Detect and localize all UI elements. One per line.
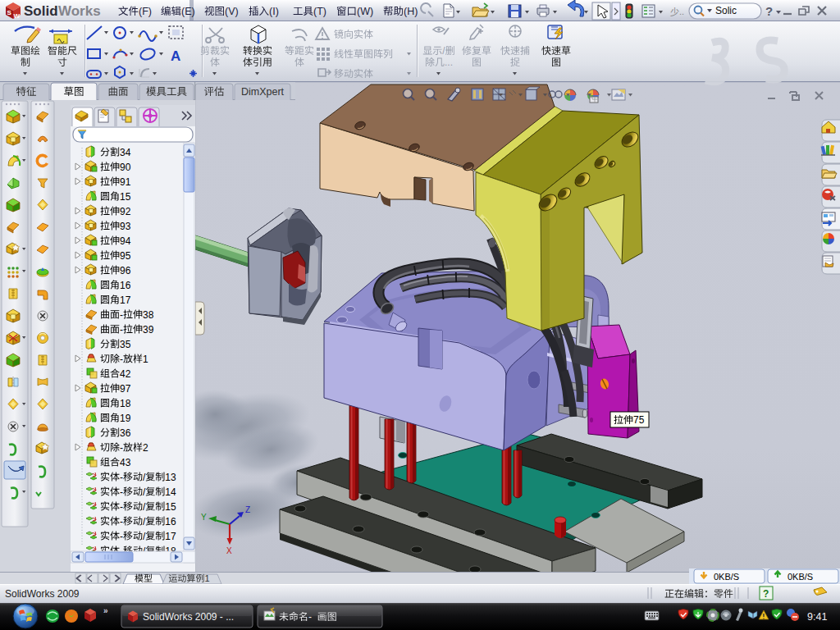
svg-text:Z: Z xyxy=(245,505,250,514)
svg-text:18: 18 xyxy=(120,398,131,409)
svg-text:36: 36 xyxy=(120,427,131,439)
svg-text:15: 15 xyxy=(165,501,176,513)
svg-text:(T): (T) xyxy=(313,6,326,17)
svg-text:-: - xyxy=(120,324,123,336)
svg-text:39: 39 xyxy=(143,324,154,336)
svg-text:75: 75 xyxy=(633,414,645,426)
svg-text:97: 97 xyxy=(120,383,131,395)
svg-text:16: 16 xyxy=(120,280,131,291)
svg-text:17: 17 xyxy=(165,531,176,542)
svg-text:16: 16 xyxy=(165,516,176,527)
svg-text:93: 93 xyxy=(120,221,131,232)
svg-text:19: 19 xyxy=(120,413,131,424)
svg-text:(I): (I) xyxy=(269,6,279,17)
svg-text:1: 1 xyxy=(204,573,209,583)
svg-text:(H): (H) xyxy=(404,6,418,17)
svg-text:?: ? xyxy=(765,4,773,18)
svg-text:(W): (W) xyxy=(357,6,373,17)
svg-text:-: - xyxy=(120,354,123,365)
svg-text:X: X xyxy=(226,546,232,555)
svg-text:0KB/S: 0KB/S xyxy=(788,572,813,582)
svg-text:Solic: Solic xyxy=(715,5,737,16)
svg-text:(E): (E) xyxy=(181,6,195,17)
svg-text:...: ... xyxy=(445,57,453,68)
svg-text:A: A xyxy=(171,48,180,64)
svg-text:SolidWorks 2009: SolidWorks 2009 xyxy=(5,588,80,600)
svg-text:14: 14 xyxy=(165,486,176,498)
svg-text:?: ? xyxy=(763,588,769,600)
svg-text:-: - xyxy=(120,442,123,454)
svg-text:13: 13 xyxy=(165,472,176,483)
svg-text:2: 2 xyxy=(143,442,148,454)
svg-text:(V): (V) xyxy=(225,6,239,17)
svg-text:34: 34 xyxy=(120,147,131,158)
svg-text:42: 42 xyxy=(120,368,131,380)
svg-text:(F): (F) xyxy=(139,6,152,17)
svg-text:-: - xyxy=(308,611,312,623)
svg-text:SolidWorks 2009 - ...: SolidWorks 2009 - ... xyxy=(143,611,234,623)
svg-text:90: 90 xyxy=(120,162,131,173)
svg-text:Solid: Solid xyxy=(24,3,58,19)
svg-text:少..: 少.. xyxy=(670,7,684,16)
svg-text:S: S xyxy=(7,9,12,16)
svg-text:94: 94 xyxy=(120,235,131,247)
svg-text:-: - xyxy=(120,472,123,483)
svg-text:1: 1 xyxy=(143,354,148,365)
svg-text:»: » xyxy=(103,606,108,615)
svg-text:96: 96 xyxy=(120,265,131,276)
svg-text:0KB/S: 0KB/S xyxy=(714,572,739,582)
svg-text:9:41: 9:41 xyxy=(807,611,827,623)
svg-text:38: 38 xyxy=(143,309,154,321)
svg-text:W: W xyxy=(14,12,21,20)
svg-text:35: 35 xyxy=(120,339,131,350)
svg-text:17: 17 xyxy=(120,294,131,306)
svg-text:Y: Y xyxy=(201,513,207,522)
svg-text:-: - xyxy=(120,501,123,513)
svg-text:91: 91 xyxy=(120,176,131,188)
svg-text:43: 43 xyxy=(120,457,131,468)
svg-text:95: 95 xyxy=(120,250,131,262)
svg-text:Works: Works xyxy=(58,3,101,19)
svg-text:-: - xyxy=(120,531,123,542)
svg-text:DimXpert: DimXpert xyxy=(241,86,285,98)
svg-text:15: 15 xyxy=(120,191,131,203)
svg-text:-: - xyxy=(120,309,123,321)
svg-text:-: - xyxy=(120,516,123,527)
svg-text:-: - xyxy=(120,486,123,498)
svg-text:92: 92 xyxy=(120,206,131,217)
